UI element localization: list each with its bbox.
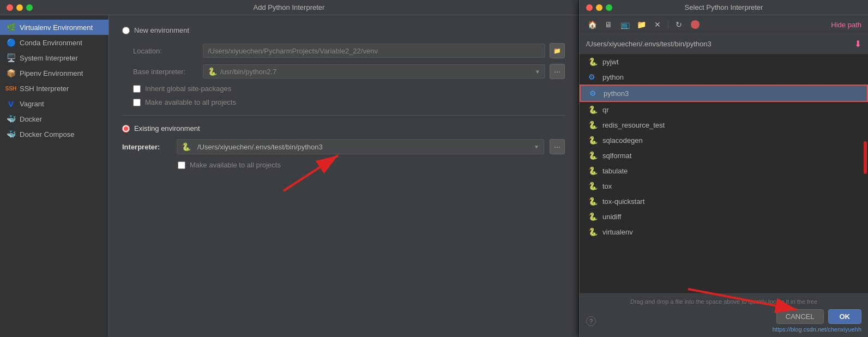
- docker-icon: 🐳: [7, 115, 15, 123]
- new-env-radio[interactable]: [122, 27, 130, 34]
- file-name: python: [602, 73, 624, 81]
- file-name: qr: [602, 106, 609, 114]
- interpreter-dropdown[interactable]: 🐍 /Users/xiyuechen/.envs/test/bin/python…: [177, 139, 544, 154]
- refresh-icon: ↻: [676, 20, 682, 29]
- list-item-python3[interactable]: ⚙ python3: [580, 85, 868, 102]
- download-icon: ⬇: [854, 39, 861, 49]
- available-checkbox-row: Make available to all projects: [133, 98, 565, 106]
- select-traffic-lights: [586, 4, 612, 11]
- dialog-title: Add Python Interpreter: [254, 3, 325, 11]
- system-icon: 🖥️: [7, 53, 15, 62]
- list-item[interactable]: 🐍 pyjwt: [580, 54, 868, 69]
- monitor-button[interactable]: 🖥: [602, 19, 614, 31]
- inherit-checkbox[interactable]: [133, 85, 141, 93]
- close-button[interactable]: [7, 4, 13, 11]
- interpreter-more-button[interactable]: ···: [550, 139, 565, 154]
- ssh-icon: SSH: [7, 84, 15, 93]
- list-item[interactable]: 🐍 redis_resource_test: [580, 117, 868, 133]
- make-available-checkbox[interactable]: [178, 161, 185, 169]
- existing-env-radio[interactable]: [122, 125, 130, 133]
- select-dialog-titlebar: Select Python Interpreter: [580, 0, 868, 15]
- location-row: Location: 📁: [133, 43, 565, 58]
- folder-button[interactable]: 📁: [635, 19, 647, 31]
- sidebar-item-docker[interactable]: 🐳 Docker: [0, 111, 108, 127]
- avatar-button[interactable]: [689, 19, 701, 31]
- file-name: tabulate: [602, 167, 628, 175]
- make-available-label: Make available to all projects: [190, 161, 281, 169]
- sidebar: 🌿 Virtualenv Environment 🔵 Conda Environ…: [0, 15, 109, 337]
- list-item[interactable]: 🐍 unidiff: [580, 209, 868, 224]
- location-input[interactable]: [203, 44, 545, 58]
- maximize-button[interactable]: [26, 4, 33, 11]
- python-file-icon: 🐍: [588, 136, 598, 145]
- toolbar-separator: [668, 20, 668, 29]
- action-buttons: CANCEL OK: [776, 309, 861, 324]
- python-file-icon: 🐍: [588, 212, 598, 221]
- main-dialog: Add Python Interpreter 🌿 Virtualenv Envi…: [0, 0, 578, 337]
- select-maximize-button[interactable]: [606, 4, 612, 11]
- sidebar-item-label: System Interpreter: [20, 54, 78, 62]
- sidebar-item-label: Virtualenv Environment: [20, 23, 93, 32]
- select-dialog-title: Select Python Interpreter: [685, 3, 763, 11]
- sidebar-item-vagrant[interactable]: V Vagrant: [0, 96, 108, 111]
- interpreter-label: Interpreter:: [122, 143, 171, 151]
- sidebar-item-system[interactable]: 🖥️ System Interpreter: [0, 50, 108, 65]
- ok-button[interactable]: OK: [828, 309, 862, 324]
- help-button[interactable]: ?: [586, 316, 596, 326]
- home-icon: 🏠: [588, 20, 597, 29]
- drag-drop-hint: Drag and drop a file into the space abov…: [586, 298, 861, 305]
- list-item[interactable]: 🐍 tox-quickstart: [580, 194, 868, 209]
- user-icon: [691, 20, 700, 29]
- python-file-icon: 🐍: [588, 197, 598, 206]
- list-item[interactable]: 🐍 tox: [580, 178, 868, 194]
- delete-button[interactable]: ✕: [652, 19, 664, 31]
- location-browse-button[interactable]: 📁: [550, 43, 565, 58]
- python-file-icon: 🐍: [588, 227, 598, 236]
- location-label: Location:: [133, 47, 198, 55]
- base-interp-dropdown[interactable]: 🐍 /usr/bin/python2.7 ▼: [203, 64, 545, 79]
- python-file-icon: 🐍: [588, 182, 598, 190]
- hide-path-button[interactable]: Hide path: [831, 21, 861, 29]
- list-item[interactable]: 🐍 sqlformat: [580, 148, 868, 163]
- desktop-icon: 📺: [620, 20, 630, 29]
- python-file-icon: 🐍: [588, 57, 598, 66]
- dialog-body: 🌿 Virtualenv Environment 🔵 Conda Environ…: [0, 15, 578, 337]
- file-name: sqlformat: [602, 152, 631, 160]
- list-item[interactable]: 🐍 tabulate: [580, 163, 868, 178]
- sidebar-item-pipenv[interactable]: 📦 Pipenv Environment: [0, 65, 108, 81]
- cancel-button[interactable]: CANCEL: [776, 309, 824, 324]
- pipenv-icon: 📦: [7, 69, 15, 77]
- interpreter-value: /Users/xiyuechen/.envs/test/bin/python3: [197, 143, 323, 151]
- vagrant-icon: V: [7, 99, 15, 108]
- sidebar-item-ssh[interactable]: SSH SSH Interpreter: [0, 81, 108, 96]
- sidebar-item-label: Docker Compose: [20, 130, 74, 139]
- select-minimize-button[interactable]: [596, 4, 602, 11]
- available-checkbox[interactable]: [133, 99, 141, 106]
- list-item[interactable]: ⚙ python: [580, 69, 868, 85]
- available-label: Make available to all projects: [145, 98, 236, 106]
- main-dialog-titlebar: Add Python Interpreter: [0, 0, 578, 15]
- list-item[interactable]: 🐍 qr: [580, 102, 868, 117]
- sidebar-item-docker-compose[interactable]: 🐳 Docker Compose: [0, 127, 108, 142]
- scrollbar-indicator[interactable]: [864, 141, 867, 174]
- virtualenv-icon: 🌿: [7, 23, 15, 32]
- docker-compose-icon: 🐳: [7, 130, 15, 139]
- file-list[interactable]: 🐍 pyjwt ⚙ python ⚙ python3 🐍 qr 🐍 redis_…: [580, 54, 868, 293]
- base-interp-more-button[interactable]: ···: [550, 64, 565, 79]
- folder-nav-icon: 📁: [637, 20, 646, 29]
- desktop-button[interactable]: 📺: [619, 19, 631, 31]
- minimize-button[interactable]: [16, 4, 23, 11]
- dialog-footer: Drag and drop a file into the space abov…: [580, 293, 868, 337]
- gear-selected-icon: ⚙: [589, 89, 599, 98]
- sidebar-item-virtualenv[interactable]: 🌿 Virtualenv Environment: [0, 20, 108, 35]
- new-env-label: New environment: [134, 26, 189, 34]
- sidebar-item-conda[interactable]: 🔵 Conda Environment: [0, 35, 108, 50]
- list-item[interactable]: 🐍 virtualenv: [580, 224, 868, 239]
- interp-with-icon: 🐍 /usr/bin/python2.7: [208, 67, 276, 76]
- list-item[interactable]: 🐍 sqlacodegen: [580, 133, 868, 148]
- existing-env-radio-row: Existing environment: [122, 124, 565, 133]
- select-close-button[interactable]: [586, 4, 593, 11]
- home-button[interactable]: 🏠: [586, 19, 598, 31]
- file-name: unidiff: [602, 213, 621, 221]
- refresh-button[interactable]: ↻: [673, 19, 685, 31]
